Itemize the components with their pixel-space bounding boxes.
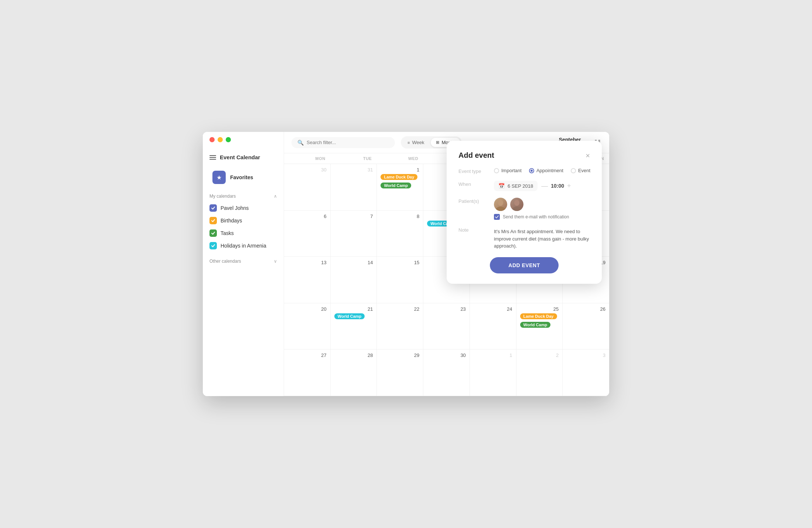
panel-title: Add event [458,151,494,160]
calendar-icon: 📅 [498,183,505,189]
table-row[interactable]: 20 [284,303,331,350]
table-row[interactable]: 13 [284,257,331,303]
when-row-container: When 📅 6 SEP 2018 — 10:00 + [458,181,590,191]
close-traffic-light[interactable] [209,137,215,142]
day-header-wed: WED [377,153,423,164]
svg-point-0 [498,200,503,206]
sidebar-item-birthdays[interactable]: Birthdays [203,214,284,227]
time-increase-button[interactable]: + [567,183,571,189]
event-world-camp-1[interactable]: World Camp [381,183,411,188]
when-row: 📅 6 SEP 2018 — 10:00 + [494,181,590,191]
favorites-label: Favorites [230,174,253,180]
table-row[interactable]: 1 Lame Duck Day World Camp [377,164,423,210]
note-label: Note [458,226,488,233]
svg-point-2 [514,200,519,206]
tab-week[interactable]: ≡ Week [402,138,429,147]
add-event-button[interactable]: ADD EVENT [490,257,558,273]
table-row[interactable]: 7 [331,211,377,257]
event-world-camp-4[interactable]: World Camp [520,322,551,328]
tasks-label: Tasks [221,230,234,236]
maximize-traffic-light[interactable] [226,137,231,142]
my-calendars-chevron-icon[interactable]: ∧ [274,194,277,199]
holidays-label: Holidays in Armenia [221,243,266,249]
table-row[interactable]: 3 [563,350,609,396]
holidays-checkbox[interactable] [209,242,217,249]
other-calendars-chevron-icon[interactable]: ∨ [274,259,277,264]
patients-content: Send them e-mail with notification [494,198,590,220]
search-box[interactable]: 🔍 [291,137,395,148]
table-row[interactable]: 6 [284,211,331,257]
note-row: Note It's Mrs An first appointment. We n… [458,226,590,250]
when-label: When [458,181,488,187]
table-row[interactable]: 27 [284,350,331,396]
tasks-checkbox[interactable] [209,229,217,237]
date-box[interactable]: 📅 6 SEP 2018 [494,181,538,191]
table-row[interactable]: 8 [377,211,423,257]
sidebar-item-tasks[interactable]: Tasks [203,227,284,239]
event-type-label: Event type [458,168,488,174]
table-row[interactable]: 28 [331,350,377,396]
table-row[interactable]: 21 World Camp [331,303,377,350]
table-row[interactable]: 25 Lame Duck Day World Camp [516,303,563,350]
pavel-johns-checkbox[interactable] [209,204,217,212]
sidebar: Event Calendar ★ Favorites My calendars … [203,132,284,396]
search-input[interactable] [307,140,389,145]
birthdays-label: Birthdays [221,218,242,224]
sidebar-item-holidays[interactable]: Holidays in Armenia [203,239,284,252]
table-row[interactable]: 31 [331,164,377,210]
other-calendars-label: Other calendars [209,259,241,264]
table-row[interactable]: 30 [284,164,331,210]
patients-row-container: Patient(s) [458,198,590,220]
notify-row: Send them e-mail with notification [494,214,590,220]
pavel-johns-label: Pavel Johns [221,205,249,211]
star-icon: ★ [212,171,226,184]
table-row[interactable]: 26 [563,303,609,350]
event-lame-duck-day-2[interactable]: Lame Duck Day [520,313,557,319]
day-header-mon: MON [284,153,331,164]
when-content: 📅 6 SEP 2018 — 10:00 + [494,181,590,191]
my-calendars-label: My calendars [209,194,236,199]
close-button[interactable]: × [586,152,590,159]
table-row[interactable]: 1 [470,350,516,396]
note-text: It's Mrs An first appointment. We need t… [494,228,590,250]
table-row[interactable]: 22 [377,303,423,350]
notify-checkbox[interactable] [494,214,500,220]
search-icon: 🔍 [297,140,304,146]
titlebar [209,137,231,142]
patient-avatar-2[interactable] [510,198,523,211]
event-world-camp-3[interactable]: World Camp [334,313,365,319]
time-value: 10:00 [551,183,564,189]
note-content: It's Mrs An first appointment. We need t… [494,226,590,250]
table-row[interactable]: 14 [331,257,377,303]
table-row[interactable]: 24 [470,303,516,350]
panel-header: Add event × [458,151,590,160]
patients-row [494,198,590,211]
day-header-tue: TUE [331,153,377,164]
table-row[interactable]: 15 [377,257,423,303]
table-row[interactable]: 29 [377,350,423,396]
event-type-important[interactable]: Important [494,168,522,173]
time-decrease-button[interactable]: — [541,183,548,189]
sidebar-title: Event Calendar [203,150,284,168]
sidebar-item-pavel-johns[interactable]: Pavel Johns [203,202,284,214]
calendar-week-4: 20 21 World Camp 22 23 24 25 Lame Duck D… [284,303,609,350]
hamburger-icon[interactable] [209,155,216,160]
event-lame-duck-day-1[interactable]: Lame Duck Day [381,174,417,180]
event-type-event[interactable]: Event [571,168,590,173]
table-row[interactable]: 23 [423,303,470,350]
week-tab-label: Week [412,140,424,145]
birthdays-checkbox[interactable] [209,217,217,224]
sidebar-favorites[interactable]: ★ Favorites [206,168,281,187]
notify-label: Send them e-mail with notification [503,214,569,219]
svg-point-1 [495,207,506,211]
radio-important[interactable] [494,168,499,173]
radio-appointment[interactable] [529,168,534,173]
calendar-week-5: 27 28 29 30 1 2 3 [284,350,609,396]
event-type-appointment[interactable]: Appointment [529,168,563,173]
radio-event[interactable] [571,168,576,173]
minimize-traffic-light[interactable] [218,137,223,142]
patient-avatar-1[interactable] [494,198,507,211]
sidebar-title-label: Event Calendar [220,154,260,160]
table-row[interactable]: 2 [516,350,563,396]
table-row[interactable]: 30 [423,350,470,396]
